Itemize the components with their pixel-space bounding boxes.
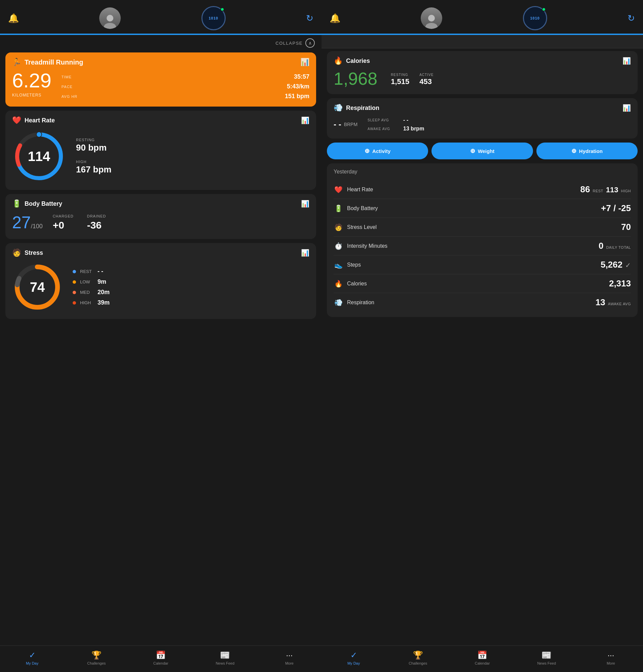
heart-rate-card[interactable]: ❤️ Heart Rate 📊 114 (5, 111, 316, 190)
left-panel: 🔔 1010 ↻ COLLAPSE ∧ 🏃 Treadmill (0, 0, 322, 672)
calendar-icon-left: 📅 (156, 650, 166, 660)
heart-rate-title: Heart Rate (25, 117, 55, 124)
treadmill-icon: 🏃 (12, 58, 21, 66)
stress-rest-value: - - (98, 268, 103, 275)
add-hydration-icon: ⊕ (571, 147, 577, 155)
nav-calendar-left[interactable]: 📅 Calendar (129, 649, 193, 667)
heart-rate-chart-icon[interactable]: 📊 (301, 116, 310, 124)
stress-icon: 🧑 (12, 248, 21, 257)
low-dot (73, 280, 76, 284)
yesterday-resp-value: 13 (596, 297, 605, 308)
stress-low-value: 9m (98, 278, 106, 285)
watch-left[interactable]: 1010 (202, 6, 226, 30)
heart-rate-current: 114 (28, 149, 50, 164)
nav-challenges-right[interactable]: 🏆 Challenges (386, 649, 450, 667)
respiration-chart-icon[interactable]: 📊 (622, 104, 631, 112)
body-battery-chart-icon[interactable]: 📊 (301, 200, 310, 208)
nav-newsfeed-left[interactable]: 📰 News Feed (193, 649, 257, 667)
yesterday-calories-icon: 🔥 (333, 280, 343, 288)
workout-distance: 6.29 (12, 71, 51, 91)
nav-newsfeed-right[interactable]: 📰 News Feed (514, 649, 579, 667)
stress-title: Stress (25, 249, 43, 256)
add-weight-button[interactable]: ⊕ Weight (432, 143, 533, 159)
yesterday-heart-rate[interactable]: ❤️ Heart Rate 86 REST 113 HIGH (333, 180, 631, 199)
stress-circle: 74 (12, 262, 62, 312)
yesterday-calories-label: Calories (347, 281, 367, 287)
charged-label: CHARGED (53, 214, 74, 218)
yesterday-intensity[interactable]: ⏱️ Intensity Minutes 0 DAILY TOTAL (333, 237, 631, 256)
add-activity-button[interactable]: ⊕ Activity (327, 143, 428, 159)
yesterday-respiration[interactable]: 💨 Respiration 13 AWAKE AVG (333, 293, 631, 311)
svg-point-9 (428, 15, 435, 22)
yesterday-intensity-value: 0 (598, 241, 603, 251)
nav-label-my-day-right: My Day (348, 661, 360, 665)
time-label: TIME (62, 75, 72, 79)
yesterday-stress-icon: 🧑 (333, 223, 343, 231)
resting-cal-value: 1,515 (391, 77, 409, 86)
awake-avg-label: AWAKE AVG (367, 127, 398, 131)
nav-label-challenges-left: Challenges (87, 661, 106, 665)
my-day-icon-left: ✓ (29, 650, 36, 660)
nav-label-more-right: More (607, 661, 615, 665)
nav-challenges-left[interactable]: 🏆 Challenges (64, 649, 129, 667)
stress-low-label: LOW (80, 279, 94, 284)
collapse-label[interactable]: COLLAPSE (276, 41, 303, 46)
respiration-icon: 💨 (333, 103, 343, 112)
body-battery-card[interactable]: 🔋 Body Battery 📊 27/100 CHARGED +0 DRAIN… (5, 194, 316, 239)
stress-chart-icon[interactable]: 📊 (301, 249, 310, 257)
top-strip-right (322, 35, 643, 48)
bell-icon-right[interactable]: 🔔 (330, 13, 340, 24)
nav-my-day-left[interactable]: ✓ My Day (0, 649, 64, 667)
stress-card[interactable]: 🧑 Stress 📊 74 REST - - (5, 243, 316, 319)
yesterday-bb-label: Body Battery (347, 205, 378, 211)
nav-label-more-left: More (285, 661, 294, 665)
heart-icon: ❤️ (12, 116, 21, 125)
newsfeed-icon-right: 📰 (542, 650, 551, 660)
yesterday-heart-label: Heart Rate (347, 186, 373, 193)
workout-chart-icon[interactable]: 📊 (300, 58, 310, 66)
yesterday-stress-value: 70 (621, 222, 631, 232)
rest-dot (73, 270, 76, 273)
calories-chart-icon[interactable]: 📊 (622, 57, 631, 65)
pace-value: 5:43/km (287, 83, 310, 90)
yesterday-calories[interactable]: 🔥 Calories 2,313 (333, 274, 631, 293)
avatar-left[interactable] (99, 8, 121, 29)
nav-calendar-right[interactable]: 📅 Calendar (450, 649, 514, 667)
body-battery-title: Body Battery (25, 200, 62, 207)
watch-right[interactable]: 1010 (523, 6, 547, 30)
bell-icon-left[interactable]: 🔔 (8, 13, 19, 24)
calendar-icon-right: 📅 (477, 650, 487, 660)
refresh-icon-right[interactable]: ↻ (628, 13, 635, 24)
resp-brpm-unit: BRPM (344, 122, 357, 127)
active-cal-value: 453 (420, 77, 434, 86)
yesterday-body-battery[interactable]: 🔋 Body Battery +7 / -25 (333, 199, 631, 218)
add-hydration-button[interactable]: ⊕ Hydration (536, 143, 638, 159)
med-dot (73, 291, 76, 294)
high-dot (73, 301, 76, 305)
challenges-icon-right: 🏆 (413, 650, 423, 660)
active-cal-label: ACTIVE (420, 73, 434, 77)
resting-cal-label: RESTING (391, 73, 409, 77)
refresh-icon-left[interactable]: ↻ (306, 13, 313, 24)
nav-more-left[interactable]: ··· More (257, 649, 322, 667)
right-scroll-content: 🔥 Calories 📊 1,968 RESTING 1,515 ACTIVE … (322, 48, 643, 646)
avatar-right[interactable] (421, 8, 442, 29)
yesterday-bb-value: +7 / -25 (601, 203, 631, 213)
yesterday-heart-icon: ❤️ (333, 186, 343, 194)
newsfeed-icon-left: 📰 (220, 650, 230, 660)
nav-more-right[interactable]: ··· More (579, 649, 643, 667)
workout-card[interactable]: 🏃 Treadmill Running 📊 6.29 KILOMETERS TI… (5, 52, 316, 107)
add-buttons-row: ⊕ Activity ⊕ Weight ⊕ Hydration (327, 143, 638, 159)
yesterday-intensity-sub: DAILY TOTAL (606, 245, 631, 249)
yesterday-steps[interactable]: 👟 Steps 5,262 ✓ (333, 256, 631, 274)
left-header: 🔔 1010 ↻ (0, 0, 322, 34)
yesterday-stress[interactable]: 🧑 Stress Level 70 (333, 218, 631, 237)
more-icon-right: ··· (607, 650, 614, 660)
collapse-icon[interactable]: ∧ (305, 38, 315, 48)
respiration-card[interactable]: 💨 Respiration 📊 - - BRPM SLEEP AVG - - A… (327, 98, 638, 138)
workout-title: Treadmill Running (25, 59, 83, 66)
add-activity-icon: ⊕ (365, 147, 369, 155)
calories-card[interactable]: 🔥 Calories 📊 1,968 RESTING 1,515 ACTIVE … (327, 51, 638, 94)
nav-my-day-right[interactable]: ✓ My Day (322, 649, 386, 667)
yesterday-title: Yesterday (333, 169, 631, 175)
